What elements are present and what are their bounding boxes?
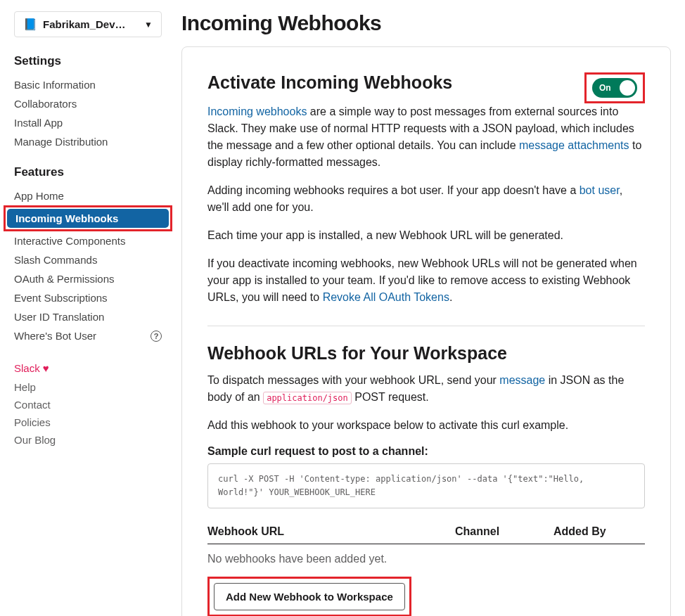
workspace-name: Fabrikam_Dev… — [43, 18, 126, 30]
activate-paragraph-4: If you deactivate incoming webhooks, new… — [207, 255, 645, 306]
content-card: Activate Incoming Webhooks On Incoming w… — [181, 46, 671, 616]
column-channel: Channel — [455, 525, 553, 538]
toggle-highlight: On — [584, 72, 645, 103]
activate-paragraph-1: Incoming webhooks are a simple way to po… — [207, 103, 645, 171]
sample-code-block: curl -X POST -H 'Content-type: applicati… — [207, 463, 645, 508]
toggle-knob — [620, 80, 635, 96]
column-added-by: Added By — [553, 525, 645, 538]
sidebar-item-user-id-translation[interactable]: User ID Translation — [14, 307, 162, 326]
sidebar-item-collaborators[interactable]: Collaborators — [14, 94, 162, 113]
text: Adding incoming webhooks requires a bot … — [207, 184, 580, 196]
page-title: Incoming Webhooks — [181, 11, 671, 35]
revoke-tokens-link[interactable]: Revoke All OAuth Tokens — [323, 291, 449, 303]
sidebar-item-event-subscriptions[interactable]: Event Subscriptions — [14, 288, 162, 307]
divider — [207, 326, 645, 326]
main-content: Incoming Webhooks Activate Incoming Webh… — [176, 0, 685, 616]
sidebar-item-slash-commands[interactable]: Slash Commands — [14, 250, 162, 269]
text: POST request. — [352, 391, 429, 403]
sidebar-item-app-home[interactable]: App Home — [14, 186, 162, 205]
sidebar-item-interactive-components[interactable]: Interactive Components — [14, 231, 162, 250]
message-link[interactable]: message — [499, 374, 545, 386]
toggle-label: On — [599, 83, 611, 93]
footer-link-our-blog[interactable]: Our Blog — [14, 432, 162, 447]
webhook-table-header: Webhook URL Channel Added By — [207, 525, 645, 544]
settings-header: Settings — [14, 54, 162, 68]
urls-heading: Webhook URLs for Your Workspace — [207, 343, 645, 364]
bot-user-link[interactable]: bot user — [580, 184, 620, 196]
footer-links: Slack ♥ Help Contact Policies Our Blog — [14, 359, 162, 447]
content-type-code: application/json — [263, 392, 352, 404]
sidebar-item-manage-distribution[interactable]: Manage Distribution — [14, 132, 162, 151]
add-button-highlight: Add New Webhook to Workspace — [207, 577, 411, 616]
footer-link-policies[interactable]: Policies — [14, 415, 162, 430]
activate-paragraph-2: Adding incoming webhooks requires a bot … — [207, 182, 645, 216]
empty-state-message: No webhooks have been added yet. — [207, 553, 645, 565]
text: . — [449, 291, 452, 303]
activate-paragraph-3: Each time your app is installed, a new W… — [207, 227, 645, 244]
activate-heading: Activate Incoming Webhooks — [207, 72, 452, 93]
sidebar-item-label: Where's Bot User — [14, 330, 96, 342]
footer-link-help[interactable]: Help — [14, 380, 162, 394]
activate-toggle[interactable]: On — [592, 78, 637, 98]
message-attachments-link[interactable]: message attachments — [519, 139, 629, 151]
footer-link-contact[interactable]: Contact — [14, 397, 162, 412]
help-icon[interactable]: ? — [151, 331, 162, 342]
text: To dispatch messages with your webhook U… — [207, 374, 499, 386]
workspace-icon: 📘 — [23, 18, 37, 31]
urls-paragraph-1: To dispatch messages with your webhook U… — [207, 372, 645, 406]
add-new-webhook-button[interactable]: Add New Webhook to Workspace — [214, 583, 405, 610]
sidebar-item-oauth-permissions[interactable]: OAuth & Permissions — [14, 269, 162, 288]
sidebar-item-wheres-bot-user[interactable]: Where's Bot User ? — [14, 326, 162, 345]
urls-paragraph-2: Add this webhook to your workspace below… — [207, 417, 645, 434]
sample-label: Sample curl request to post to a channel… — [207, 445, 645, 458]
sidebar-item-incoming-webhooks-highlight: Incoming Webhooks — [4, 205, 172, 231]
incoming-webhooks-link[interactable]: Incoming webhooks — [207, 105, 307, 117]
features-section: Features App Home Incoming Webhooks Inte… — [14, 165, 162, 345]
settings-section: Settings Basic Information Collaborators… — [14, 54, 162, 151]
workspace-dropdown[interactable]: 📘 Fabrikam_Dev… ▼ — [14, 11, 162, 37]
sidebar-item-incoming-webhooks[interactable]: Incoming Webhooks — [7, 209, 169, 228]
chevron-down-icon: ▼ — [144, 20, 153, 30]
features-header: Features — [14, 165, 162, 179]
slack-brand-link[interactable]: Slack ♥ — [14, 359, 162, 377]
sidebar-item-basic-information[interactable]: Basic Information — [14, 75, 162, 94]
column-webhook-url: Webhook URL — [207, 525, 455, 538]
sidebar: 📘 Fabrikam_Dev… ▼ Settings Basic Informa… — [0, 0, 176, 616]
sidebar-item-install-app[interactable]: Install App — [14, 113, 162, 132]
